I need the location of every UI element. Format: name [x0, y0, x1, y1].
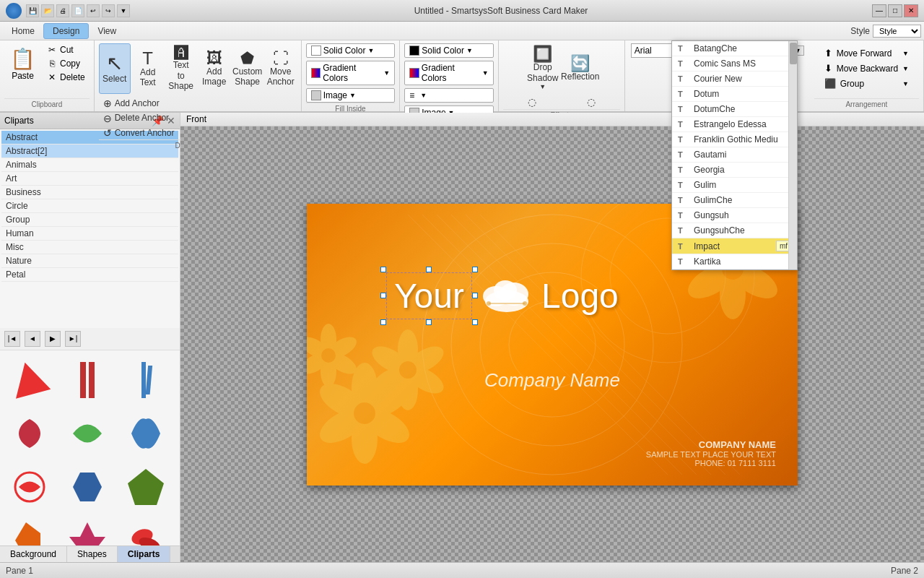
move-forward-button[interactable]: ⬆ Move Forward ▼ [819, 46, 915, 60]
font-item-gulim[interactable]: T Gulim [672, 178, 797, 193]
nav-prev-button[interactable]: ◄ [25, 331, 40, 347]
font-item-dotum[interactable]: T Dotum [672, 87, 797, 102]
delete-button[interactable]: ✕ Delete [43, 71, 90, 84]
effect-extra2[interactable]: ◌ [562, 95, 620, 109]
menu-design[interactable]: Design [43, 23, 89, 39]
canvas-area: Front [180, 113, 924, 562]
paste-button[interactable]: 📋 Paste [4, 43, 41, 84]
nav-last-button[interactable]: ►| [65, 331, 81, 347]
status-right: Pane 2 [891, 566, 918, 576]
move-backward-button[interactable]: ⬇ Move Backward ▼ [819, 61, 915, 75]
reflection-button[interactable]: 🔄 Reflection [563, 43, 598, 94]
drop-shadow-button[interactable]: 🔲 Drop Shadow ▼ [526, 43, 560, 94]
cut-button[interactable]: ✂ Cut [43, 43, 90, 56]
clipart-item-2[interactable] [62, 355, 113, 405]
stroke-gradient-button[interactable]: Gradient Colors ▼ [404, 61, 494, 85]
tab-background[interactable]: Background [0, 546, 67, 562]
fill-image-button[interactable]: Image ▼ [306, 88, 396, 103]
font-item-gungsuh[interactable]: T Gungsuh [672, 208, 797, 223]
clipart-item-1[interactable] [4, 355, 55, 405]
font-item-gulimche[interactable]: T GulimChe [672, 193, 797, 208]
save-button[interactable]: 💾 [26, 4, 39, 17]
canvas-container[interactable]: Your Logo [180, 126, 924, 562]
font-icon-georgia: T [678, 165, 689, 174]
convert-anchor-button[interactable]: ↺ Convert Anchor [99, 126, 179, 139]
font-icon-gulimche: T [678, 196, 689, 204]
add-image-button[interactable]: 🖼 Add Image [199, 43, 230, 94]
drop-shadow-dropdown[interactable]: ▼ [539, 83, 546, 91]
clipart-item-6[interactable] [121, 408, 171, 459]
clipart-item-8[interactable] [62, 462, 113, 512]
print-button[interactable]: 🖨 [56, 4, 69, 17]
drawing-tools-group: ↖ Select T Add Text 🅰 Text to Shape 🖼 Ad… [95, 40, 302, 111]
category-group[interactable]: Group [1, 213, 178, 227]
fill-gradient-button[interactable]: Gradient Colors ▼ [306, 61, 396, 85]
clipart-item-10[interactable] [4, 515, 55, 546]
category-art[interactable]: Art [1, 172, 178, 186]
move-anchor-button[interactable]: ⛶ Move Anchor [265, 43, 297, 94]
font-item-impact[interactable]: T Impact mf [672, 238, 797, 254]
new-button[interactable]: 📄 [71, 4, 84, 17]
font-icon-batangche: T [678, 44, 689, 53]
custom-shape-button[interactable]: ⬟ Custom Shape [232, 43, 263, 94]
font-item-batangche[interactable]: T BatangChe [672, 41, 797, 56]
category-human[interactable]: Human [1, 227, 178, 241]
nav-first-button[interactable]: |◄ [4, 331, 20, 347]
font-item-kartika[interactable]: T Kartika [672, 254, 797, 269]
category-animals[interactable]: Animals [1, 158, 178, 172]
category-misc[interactable]: Misc [1, 241, 178, 254]
tab-cliparts[interactable]: Cliparts [118, 546, 171, 562]
font-item-dotumche[interactable]: T DotumChe [672, 102, 797, 117]
clipart-item-7[interactable] [4, 462, 55, 512]
logo-text-container[interactable]: Your Logo [386, 272, 754, 319]
clipart-item-9[interactable] [121, 462, 171, 512]
group-arrow: ▼ [902, 80, 909, 87]
selection-handle-br [472, 319, 478, 325]
font-item-estrangelo[interactable]: T Estrangelo Edessa [672, 117, 797, 132]
select-tool-button[interactable]: ↖ Select [99, 43, 131, 94]
clipart-item-3[interactable] [121, 355, 171, 405]
undo-button[interactable]: ↩ [87, 4, 100, 17]
delete-anchor-button[interactable]: ⊖ Delete Anchor [99, 111, 173, 124]
add-text-button[interactable]: T Add Text [132, 43, 164, 94]
font-item-gungsuhche[interactable]: T GungsuhChe [672, 223, 797, 238]
category-nature[interactable]: Nature [1, 254, 178, 268]
group-button[interactable]: ⬛ Group ▼ [819, 77, 915, 90]
copy-label: Copy [60, 59, 80, 69]
fill-gradient-label: Gradient Colors [323, 63, 381, 83]
category-business[interactable]: Business [1, 186, 178, 199]
font-item-comicsans[interactable]: T Comic Sans MS [672, 56, 797, 72]
contact-name: COMPANY NAME [646, 439, 776, 450]
menu-view[interactable]: View [89, 24, 125, 38]
add-anchor-button[interactable]: ⊕ Add Anchor [99, 97, 164, 110]
style-dropdown[interactable]: Style [873, 25, 921, 38]
maximize-button[interactable]: □ [888, 4, 902, 17]
menu-home[interactable]: Home [3, 24, 43, 38]
category-circle[interactable]: Circle [1, 199, 178, 213]
copy-button[interactable]: ⎘ Copy [43, 57, 90, 70]
fill-solid-color-button[interactable]: Solid Color ▼ [306, 43, 396, 58]
stroke-solid-button[interactable]: Solid Color ▼ [404, 43, 494, 58]
font-item-gautami[interactable]: T Gautami [672, 147, 797, 163]
font-dropdown-scrollbar[interactable] [788, 41, 797, 269]
clipart-item-4[interactable] [4, 408, 55, 459]
font-item-couriernew[interactable]: T Courier New [672, 72, 797, 87]
font-item-georgia[interactable]: T Georgia [672, 163, 797, 178]
text-to-shape-button[interactable]: 🅰 Text to Shape [165, 43, 197, 94]
minimize-button[interactable]: — [872, 4, 886, 17]
open-button[interactable]: 📂 [41, 4, 54, 17]
qa-dropdown[interactable]: ▼ [117, 4, 130, 17]
category-petal[interactable]: Petal [1, 268, 178, 282]
tab-shapes[interactable]: Shapes [67, 546, 118, 562]
clipart-item-12[interactable] [121, 515, 171, 546]
redo-button[interactable]: ↪ [102, 4, 115, 17]
clipart-item-11[interactable] [62, 515, 113, 546]
font-dropdown: T BatangChe T Comic Sans MS T Courier Ne… [671, 40, 798, 270]
nav-play-button[interactable]: ▶ [45, 331, 61, 347]
stroke-line-button[interactable]: ≡ ▼ [404, 88, 494, 103]
font-item-franklin[interactable]: T Franklin Gothic Mediu [672, 132, 797, 147]
clipart-item-5[interactable] [62, 408, 113, 459]
effect-extra1[interactable]: ◌ [503, 95, 561, 109]
close-button[interactable]: ✕ [904, 4, 918, 17]
contact-phone: PHONE: 01 7111 3111 [646, 459, 776, 467]
